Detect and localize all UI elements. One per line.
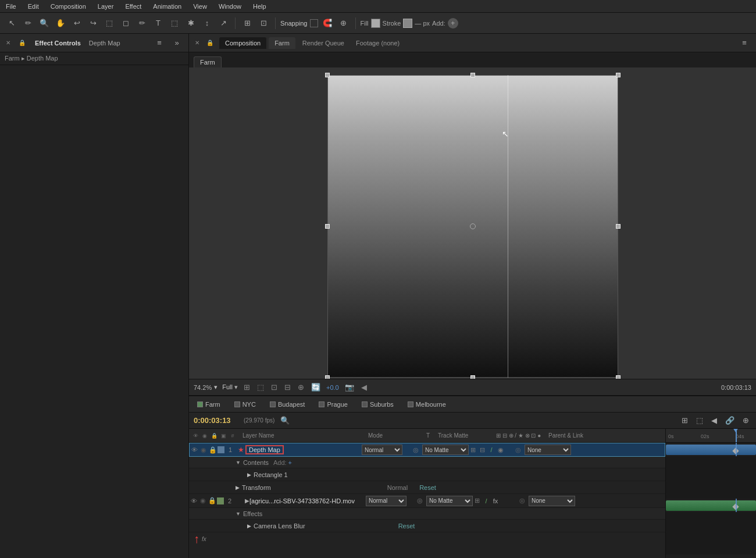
menu-view[interactable]: View — [191, 2, 209, 11]
handle-top-right[interactable] — [616, 73, 621, 77]
comp-tab-renderqueue[interactable]: Render Queue — [298, 37, 349, 49]
tool-zoom[interactable]: 🔍 — [37, 16, 51, 30]
menu-composition[interactable]: Composition — [48, 2, 88, 11]
layer-1-name[interactable]: Depth Map — [245, 445, 284, 454]
tl-search-btn[interactable]: 🔍 — [278, 415, 292, 426]
handle-mid-right[interactable] — [616, 224, 621, 229]
layer-1-parent[interactable]: None — [525, 445, 571, 455]
tl-icon-1[interactable]: ⊞ — [679, 415, 690, 426]
viewport[interactable]: ↖ — [189, 67, 756, 379]
layer-row-1[interactable]: 👁 ◉ 🔒 1 ★ Depth Map Normal — [189, 443, 665, 457]
playhead[interactable] — [736, 429, 737, 442]
fill-color[interactable] — [371, 19, 380, 28]
tool-grid[interactable]: ⊡ — [256, 16, 270, 30]
comp-close-btn[interactable]: ✕ — [194, 40, 201, 47]
layer-2-matte[interactable]: No Matte — [426, 496, 473, 506]
tool-pen[interactable]: ✏ — [21, 16, 35, 30]
tl-icon-2[interactable]: ⬚ — [694, 415, 705, 426]
comp-menu-btn[interactable]: ≡ — [737, 36, 751, 50]
layer-1-sw4[interactable]: ◉ — [497, 446, 505, 454]
layer-2-visibility[interactable]: 👁 — [189, 496, 198, 506]
panel-close-btn[interactable]: ✕ — [5, 40, 12, 47]
comp-tab-footage[interactable]: Footage (none) — [351, 37, 404, 49]
layer-1-lock[interactable]: 🔒 — [208, 445, 217, 454]
layer-1-contents-section[interactable]: ▼ Contents Add: + — [189, 457, 665, 468]
viewer-icon-5[interactable]: ⊕ — [297, 382, 305, 393]
tool-redo[interactable]: ↪ — [86, 16, 100, 30]
menu-layer[interactable]: Layer — [95, 2, 116, 11]
tl-tab-suburbs[interactable]: Suburbs — [358, 400, 397, 409]
rectangle-1-row[interactable]: ▶ Rectangle 1 — [189, 468, 665, 481]
layer-1-solo[interactable]: ◉ — [199, 445, 208, 454]
handle-top-left[interactable] — [325, 73, 330, 77]
tool-hand[interactable]: ✋ — [54, 16, 67, 30]
camera-lens-blur-row[interactable]: ▶ Camera Lens Blur Reset — [189, 520, 665, 532]
menu-window[interactable]: Window — [216, 2, 244, 11]
handle-bottom-mid[interactable] — [470, 375, 475, 379]
layer-2-parent-icon[interactable]: ◎ — [519, 497, 529, 504]
menu-help[interactable]: Help — [251, 2, 269, 11]
layer-1-parent-icon[interactable]: ◎ — [515, 446, 525, 454]
snapping-checkbox[interactable] — [310, 19, 318, 27]
tl-tab-farm[interactable]: Farm — [194, 400, 224, 409]
panel-lock-btn[interactable]: 🔒 — [15, 36, 29, 50]
panel-menu-btn[interactable]: ≡ — [152, 36, 166, 50]
tool-brush[interactable]: ✏ — [135, 16, 149, 30]
layer-2-effects-section[interactable]: ▼ Effects — [189, 508, 665, 520]
tool-shape[interactable]: ◻ — [119, 16, 133, 30]
transform-section[interactable]: ▶ Transform Normal Reset — [189, 481, 665, 494]
layer-1-sw2[interactable]: ⊟ — [478, 446, 486, 454]
viewer-icon-2[interactable]: ⬚ — [256, 382, 265, 393]
layer-1-matte[interactable]: No Matte — [422, 445, 469, 455]
snap-icon[interactable]: 🧲 — [320, 16, 334, 30]
contents-add-btn[interactable]: + — [288, 459, 292, 466]
layer-2-name[interactable]: [agricu...rci-SBV-347338762-HD.mov — [249, 497, 355, 504]
layer-2-sw1[interactable]: ⊞ — [473, 497, 481, 504]
add-button[interactable]: + — [448, 18, 458, 29]
tl-tab-budapest[interactable]: Budapest — [266, 400, 308, 409]
tl-icon-5[interactable]: ⊕ — [740, 415, 751, 426]
tool-puppet[interactable]: ↗ — [216, 16, 230, 30]
comp-tab-composition[interactable]: Composition — [219, 37, 266, 49]
viewport-timecode[interactable]: 0:00:03:13 — [721, 384, 751, 391]
layer-1-star[interactable]: ★ — [236, 445, 245, 454]
tool-select[interactable]: ↖ — [5, 16, 19, 30]
tool-eraser[interactable]: ✱ — [184, 16, 198, 30]
handle-top-mid[interactable] — [470, 73, 475, 77]
layer-2-matte-eye[interactable]: ◎ — [417, 497, 426, 504]
layer-1-visibility[interactable]: 👁 — [190, 445, 199, 454]
transform-reset[interactable]: Reset — [419, 484, 436, 491]
comp-tab-farm[interactable]: Farm — [269, 37, 295, 49]
tl-tab-melbourne[interactable]: Melbourne — [404, 400, 450, 409]
layer-1-mode[interactable]: Normal — [362, 445, 402, 455]
layer-1-sw3[interactable]: / — [487, 446, 495, 453]
layer-1-label-color[interactable] — [217, 446, 224, 453]
tool-clone[interactable]: ⬚ — [167, 16, 181, 30]
viewer-icon-3[interactable]: ⊡ — [270, 382, 279, 393]
tl-icon-4[interactable]: 🔗 — [723, 415, 737, 426]
tool-select2[interactable]: ⬚ — [102, 16, 116, 30]
comp-lock-btn[interactable]: 🔒 — [203, 36, 217, 50]
layer-2-solo[interactable]: ◉ — [198, 496, 208, 506]
layer-2-label-color[interactable] — [217, 497, 224, 504]
viewer-icon-1[interactable]: ⊞ — [243, 382, 251, 393]
panel-expand-btn[interactable]: » — [170, 36, 184, 50]
viewer-icon-4[interactable]: ⊟ — [283, 382, 292, 393]
tl-tab-prague[interactable]: Prague — [315, 400, 351, 409]
menu-file[interactable]: File — [3, 2, 19, 11]
handle-bottom-right[interactable] — [616, 375, 621, 379]
tool-undo[interactable]: ↩ — [70, 16, 84, 30]
viewer-icon-8[interactable]: ◀ — [360, 382, 368, 393]
farm-tab[interactable]: Farm — [194, 56, 222, 67]
tl-icon-3[interactable]: ◀ — [709, 415, 719, 426]
handle-bottom-left[interactable] — [325, 375, 330, 379]
snap-options[interactable]: ⊕ — [337, 16, 351, 30]
layer-row-2[interactable]: 👁 ◉ 🔒 2 ▶ [agricu...rci-SBV-347338762-HD… — [189, 494, 665, 508]
stroke-color[interactable] — [403, 19, 412, 28]
layer-2-sw3[interactable]: fx — [491, 497, 500, 504]
tool-text[interactable]: T — [151, 16, 165, 30]
viewer-icon-7[interactable]: 📷 — [344, 382, 355, 393]
layer-2-mode[interactable]: Normal — [366, 496, 406, 506]
menu-animation[interactable]: Animation — [151, 2, 184, 11]
clb-reset[interactable]: Reset — [398, 523, 415, 529]
